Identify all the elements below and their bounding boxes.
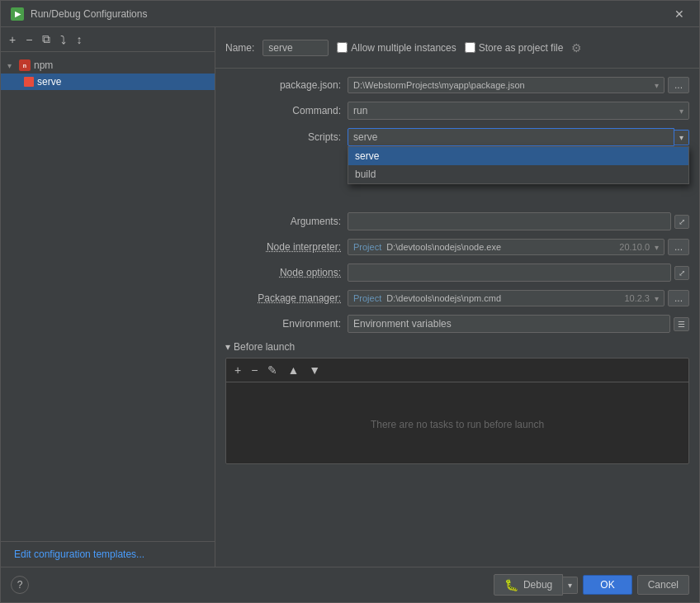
scripts-dropdown-list: serve build: [348, 146, 689, 184]
node-options-field-group: ⤢: [348, 264, 689, 282]
environment-input[interactable]: [348, 315, 670, 333]
before-launch-down-button[interactable]: ▼: [305, 362, 324, 378]
before-launch-expand-icon: ▾: [225, 341, 230, 353]
package-manager-browse-button[interactable]: ...: [668, 290, 689, 306]
arguments-label: Arguments:: [225, 216, 341, 227]
node-interpreter-version: 20.10.0: [619, 242, 650, 252]
expand-icon: ▾: [7, 61, 16, 70]
node-interpreter-label: Node interpreter:: [225, 241, 341, 253]
before-launch-remove-button[interactable]: −: [248, 362, 261, 378]
node-interpreter-tag: Project: [353, 242, 381, 252]
add-config-button[interactable]: +: [6, 31, 19, 48]
name-input[interactable]: [262, 40, 329, 56]
node-options-expand-button[interactable]: ⤢: [674, 266, 689, 280]
arguments-expand-button[interactable]: ⤢: [674, 215, 689, 229]
before-launch-header[interactable]: ▾ Before launch: [225, 341, 689, 353]
node-options-input[interactable]: [348, 264, 671, 282]
npm-group-header[interactable]: ▾ n npm: [1, 57, 215, 74]
before-launch-title: Before launch: [234, 341, 295, 353]
package-json-browse-button[interactable]: ...: [668, 77, 689, 93]
package-json-field-group: D:\WebstormProjects\myapp\package.json ▾…: [348, 77, 689, 93]
node-interpreter-path: D:\devtools\nodejs\node.exe: [386, 242, 614, 252]
before-launch-empty-message: There are no tasks to run before launch: [226, 386, 688, 463]
arguments-row: Arguments: ⤢: [225, 212, 689, 230]
node-options-row: Node options: ⤢: [225, 264, 689, 282]
run-config-icon: [24, 77, 34, 87]
package-manager-label: Package manager:: [225, 292, 341, 304]
scripts-dropdown-arrow[interactable]: ▾: [674, 130, 689, 145]
arguments-field-group: ⤢: [348, 212, 689, 230]
bottom-bar: ? 🐛 Debug ▾ OK Cancel: [1, 567, 699, 602]
dialog-icon: ▶: [11, 7, 24, 21]
command-label: Command:: [225, 105, 341, 116]
before-launch-toolbar: + − ✎ ▲ ▼: [226, 358, 688, 382]
before-launch-add-button[interactable]: +: [231, 362, 244, 378]
debug-button[interactable]: 🐛 Debug: [494, 574, 563, 596]
sidebar: + − ⧉ ⤵ ↕ ▾ n npm serve: [1, 27, 215, 567]
serve-config-label: serve: [37, 76, 61, 88]
package-manager-arrow: ▾: [655, 294, 659, 303]
environment-row: Environment: ☰: [225, 315, 689, 333]
close-button[interactable]: ✕: [669, 6, 689, 22]
remove-config-button[interactable]: −: [22, 31, 35, 48]
package-json-arrow: ▾: [655, 81, 659, 90]
bottom-right: 🐛 Debug ▾ OK Cancel: [494, 574, 689, 596]
command-combo[interactable]: run ▾: [348, 102, 689, 120]
package-manager-version: 10.2.3: [624, 293, 650, 303]
scripts-input[interactable]: [348, 128, 674, 146]
environment-field-group: ☰: [348, 315, 689, 333]
before-launch-edit-button[interactable]: ✎: [264, 362, 281, 378]
command-value: run: [353, 105, 367, 116]
allow-multiple-group: Allow multiple instances: [337, 42, 456, 54]
cancel-button[interactable]: Cancel: [637, 575, 689, 595]
package-json-row: package.json: D:\WebstormProjects\myapp\…: [225, 77, 689, 93]
before-launch-panel: + − ✎ ▲ ▼ There are no tasks to run befo…: [225, 358, 689, 464]
run-debug-dialog: ▶ Run/Debug Configurations ✕ + − ⧉ ⤵ ↕ ▾…: [0, 0, 700, 603]
arguments-input[interactable]: [348, 212, 671, 230]
debug-label: Debug: [523, 579, 552, 591]
before-launch-section: ▾ Before launch + − ✎ ▲ ▼ There are no t…: [225, 341, 689, 464]
package-json-label: package.json:: [225, 79, 341, 91]
package-json-combo[interactable]: D:\WebstormProjects\myapp\package.json ▾: [348, 77, 665, 93]
title-bar: ▶ Run/Debug Configurations ✕: [1, 1, 699, 27]
right-panel: Name: Allow multiple instances Store as …: [215, 27, 699, 567]
scripts-input-row: ▾: [348, 128, 689, 146]
package-manager-row: Package manager: Project D:\devtools\nod…: [225, 290, 689, 306]
node-options-label: Node options:: [225, 267, 341, 278]
node-interpreter-combo[interactable]: Project D:\devtools\nodejs\node.exe 20.1…: [348, 239, 665, 255]
node-interpreter-row: Node interpreter: Project D:\devtools\no…: [225, 239, 689, 255]
package-manager-combo[interactable]: Project D:\devtools\nodejs\npm.cmd 10.2.…: [348, 290, 665, 306]
copy-config-button[interactable]: ⧉: [39, 31, 54, 48]
before-launch-up-button[interactable]: ▲: [284, 362, 302, 378]
scripts-option-serve[interactable]: serve: [348, 147, 688, 165]
top-config-bar: Name: Allow multiple instances Store as …: [215, 27, 699, 69]
scripts-option-build[interactable]: build: [348, 165, 688, 183]
title-bar-left: ▶ Run/Debug Configurations: [11, 7, 147, 21]
bottom-left: ?: [11, 576, 29, 594]
npm-icon: n: [19, 59, 31, 71]
sidebar-toolbar: + − ⧉ ⤵ ↕: [1, 27, 215, 52]
store-project-label: Store as project file: [479, 42, 564, 54]
environment-expand-button[interactable]: ☰: [674, 317, 689, 331]
gear-icon[interactable]: ⚙: [571, 41, 582, 55]
debug-button-group: 🐛 Debug ▾: [494, 574, 578, 596]
name-label: Name:: [225, 42, 254, 54]
sort-config-button[interactable]: ↕: [73, 31, 85, 48]
npm-group-label: npm: [34, 59, 53, 71]
store-project-checkbox[interactable]: [465, 42, 475, 53]
move-config-button[interactable]: ⤵: [57, 31, 69, 48]
npm-group: ▾ n npm serve: [1, 55, 215, 92]
command-row: Command: run ▾: [225, 102, 689, 120]
allow-multiple-checkbox[interactable]: [337, 42, 348, 53]
edit-templates-link[interactable]: Edit configuration templates...: [7, 545, 151, 563]
help-button[interactable]: ?: [11, 576, 29, 594]
debug-dropdown-button[interactable]: ▾: [563, 577, 578, 594]
form-area: package.json: D:\WebstormProjects\myapp\…: [215, 69, 699, 567]
package-json-value: D:\WebstormProjects\myapp\package.json: [353, 80, 525, 90]
ok-button[interactable]: OK: [583, 575, 631, 595]
command-arrow: ▾: [679, 107, 683, 116]
node-interpreter-field-group: Project D:\devtools\nodejs\node.exe 20.1…: [348, 239, 689, 255]
node-interpreter-browse-button[interactable]: ...: [668, 239, 689, 255]
dialog-title: Run/Debug Configurations: [31, 8, 147, 20]
serve-config-item[interactable]: serve: [1, 74, 215, 90]
